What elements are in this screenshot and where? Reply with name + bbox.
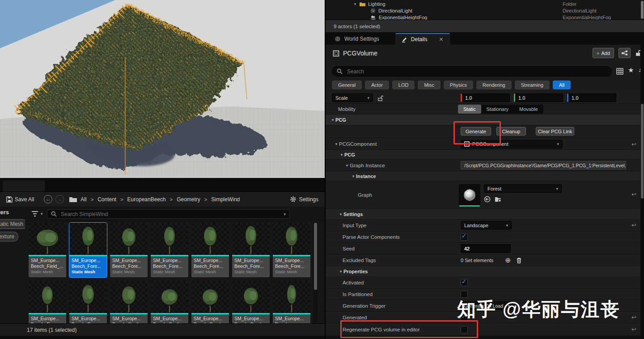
display-grid-icon[interactable] (616, 68, 623, 75)
outliner-scrollbar-thumb[interactable] (641, 1, 644, 19)
graph-asset-thumbnail[interactable] (459, 184, 480, 207)
favorites-star-icon[interactable]: ★ (628, 66, 634, 74)
panel-tab[interactable] (3, 180, 45, 192)
asset-tile[interactable]: SM_Europe...Beech_Fore...Static Mesh (69, 223, 107, 277)
generated-checkbox[interactable] (461, 314, 468, 321)
scale-axis-field[interactable]: 1.0 (461, 93, 510, 102)
level-viewport[interactable] (0, 0, 326, 178)
asset-tile[interactable]: SM_Europe...Beech_Fore...Static Mesh (110, 223, 148, 277)
chevron-down-icon[interactable]: ▾ (352, 2, 358, 6)
mobility-option-movable[interactable]: Movable (514, 105, 543, 114)
asset-tile[interactable]: SM_Europe...Beech_Fore...Static Mesh (151, 223, 188, 277)
category-chip-streaming[interactable]: Streaming (515, 81, 550, 89)
details-search[interactable] (332, 66, 612, 76)
search-history-chevron-icon[interactable]: ▾ (284, 212, 286, 216)
add-component-button[interactable]: + Add (593, 48, 614, 58)
reset-to-default-icon[interactable]: ↩ (631, 191, 636, 198)
section-pcg[interactable]: ▾ PCG (326, 114, 644, 125)
mobility-option-stationary[interactable]: Stationary (481, 105, 514, 114)
graph-instance-path-field[interactable]: /Script/PCG.PCGGraphInstance'/Game/PCG/P… (461, 161, 626, 170)
scale-axis-field[interactable]: 1.0 (567, 93, 616, 102)
activated-checkbox[interactable] (461, 279, 468, 286)
scale-lock-icon[interactable] (377, 95, 383, 101)
outliner-row[interactable]: ExponentialHeightFogExponentialHeightFog (326, 14, 644, 20)
generate-button[interactable]: Generate (461, 127, 491, 136)
input-type-select[interactable]: Landscape ▾ (461, 221, 512, 229)
breadcrumb-item-europeanbeech[interactable]: EuropeanBeech (127, 196, 167, 203)
settings-button[interactable]: Settings (299, 196, 318, 203)
reset-to-default-icon[interactable]: ↩ (631, 326, 636, 333)
tab-world-settings[interactable]: World Settings (328, 33, 386, 45)
is-partitioned-checkbox[interactable] (461, 291, 468, 298)
component-select[interactable]: PCGComponent ▾ (461, 140, 563, 148)
add-element-icon[interactable]: ⊕ (505, 256, 511, 264)
mobility-option-static[interactable]: Static (458, 105, 481, 114)
content-scrollbar-thumb[interactable] (314, 223, 317, 290)
outliner-row[interactable]: ▾LightingFolder (326, 0, 644, 7)
generation-trigger-select[interactable]: Generate On Load ▾ (461, 301, 513, 310)
outliner-row[interactable]: DirectionalLightDirectionalLight (326, 7, 644, 14)
asset-tile[interactable]: SM_Europe...Beech... (273, 281, 310, 323)
save-all-button[interactable]: Save All (15, 196, 34, 203)
close-icon[interactable]: ✕ (439, 36, 444, 42)
asset-tile[interactable]: SM_Europe...Beech_Sapli... (110, 281, 148, 323)
cleanup-button[interactable]: Cleanup (496, 127, 526, 136)
parse-actor-components-checkbox[interactable] (461, 233, 468, 241)
category-chip-general[interactable]: General (332, 81, 362, 89)
asset-tile[interactable]: SM_Europe...Beech_Fore...Static Mesh (191, 223, 229, 277)
category-chip-all[interactable]: All (553, 81, 571, 89)
graph-select[interactable]: Forest ▾ (484, 184, 562, 193)
blueprint-graph-button[interactable] (619, 48, 631, 58)
chevron-down-icon[interactable]: ▾ (338, 212, 343, 216)
content-search[interactable]: ▾ (47, 209, 290, 219)
category-chip-misc[interactable]: Misc (418, 81, 441, 89)
content-search-input[interactable] (60, 211, 284, 218)
breadcrumb-item-all[interactable]: All (80, 196, 87, 203)
reset-to-default-icon[interactable]: ↩ (631, 222, 636, 229)
filter-chip[interactable]: Texture (0, 232, 18, 242)
reset-to-default-icon[interactable]: ↩ (631, 141, 636, 148)
filter-funnel-icon[interactable] (31, 211, 38, 217)
reset-to-default-icon[interactable]: ↩ (631, 314, 636, 321)
seed-field[interactable]: 42 (461, 244, 511, 253)
chevron-down-icon[interactable]: ▾ (351, 174, 356, 178)
asset-tile[interactable]: SM_Europe...Beech_For... (69, 281, 107, 323)
details-search-input[interactable] (346, 68, 607, 75)
breadcrumb-item-simplewind[interactable]: SimpleWind (210, 196, 241, 203)
asset-tile[interactable]: SM_Europe...Beech_For... (29, 281, 66, 323)
clear-pcg-link-button[interactable]: Clear PCG Link (536, 127, 574, 136)
category-chip-lod[interactable]: LOD (392, 81, 415, 89)
section-properties[interactable]: ▾ Properties (326, 266, 644, 277)
details-scrollbar-thumb[interactable] (641, 104, 644, 199)
filter-chip[interactable]: Static Mesh (0, 219, 25, 229)
back-arrow-button[interactable]: ← (44, 195, 52, 203)
chevron-down-icon[interactable]: ▾ (330, 118, 335, 122)
asset-tile[interactable]: SM_Europe...Beech_Fore...Static Mesh (232, 223, 270, 277)
subsection-instance[interactable]: ▾ Instance (326, 171, 644, 181)
asset-tile[interactable]: SM_Europe...Beech_Seed... (232, 281, 270, 323)
category-chip-actor[interactable]: Actor (365, 81, 389, 89)
asset-tile[interactable]: SM_Europe...Beech_Seed... (191, 281, 229, 323)
chevron-down-icon[interactable]: ▾ (344, 163, 350, 168)
filter-chevron-icon[interactable]: ▾ (41, 212, 43, 216)
asset-tile[interactable]: SM_Europe...Beech_Sapli... (151, 281, 188, 323)
scale-axis-field[interactable]: 1.0 (514, 93, 563, 102)
breadcrumb-item-content[interactable]: Content (97, 196, 117, 203)
category-chip-physics[interactable]: Physics (444, 81, 473, 89)
browse-to-asset-icon[interactable] (495, 196, 502, 203)
transform-scale-select[interactable]: Scale ▾ (332, 93, 373, 102)
forward-arrow-button[interactable]: → (55, 195, 64, 203)
section-settings[interactable]: ▾ Settings (326, 209, 644, 220)
breadcrumb-item-geometry[interactable]: Geometry (176, 196, 201, 203)
tab-details[interactable]: Details ✕ (395, 33, 450, 45)
subsection-pcg[interactable]: ▾ PCG (326, 150, 644, 160)
chevron-down-icon[interactable]: ▾ (338, 269, 343, 274)
asset-tile[interactable]: SM_Europe...Beech_Fore...Static Mesh (273, 223, 310, 277)
trash-icon[interactable] (516, 257, 522, 263)
regenerate-checkbox[interactable] (461, 326, 468, 333)
use-selected-asset-icon[interactable] (484, 196, 491, 203)
category-chip-rendering[interactable]: Rendering (476, 81, 512, 89)
chevron-down-icon[interactable]: ▾ (339, 153, 344, 157)
asset-tile[interactable]: SM_Europe...Beech_Field_...Static Mesh (29, 223, 66, 277)
chevron-down-icon[interactable]: ▾ (334, 142, 339, 146)
